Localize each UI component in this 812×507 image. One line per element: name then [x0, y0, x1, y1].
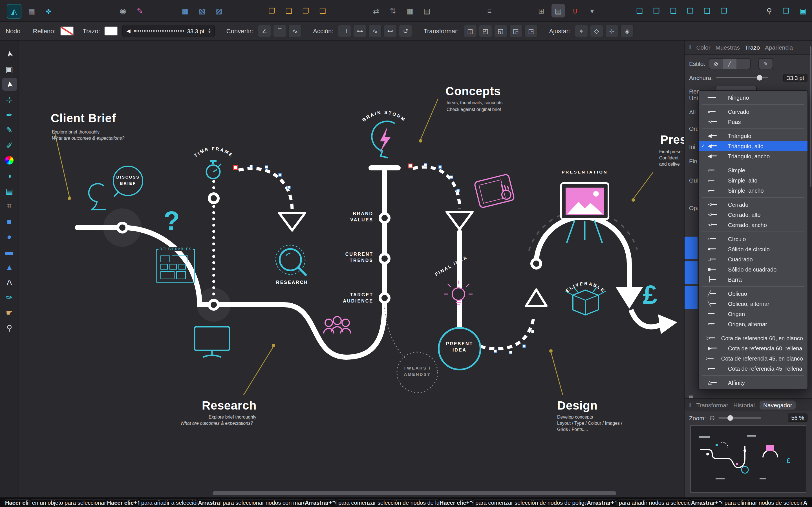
- arrowhead-option[interactable]: ✓ ▷━━ Cota de referencia 60, en blanco: [699, 333, 808, 343]
- arrowhead-option[interactable]: ✓: [699, 374, 808, 378]
- smooth-curve-button[interactable]: ∿: [368, 25, 382, 37]
- arrowhead-option[interactable]: ✓ ◀━━ Triángulo: [699, 131, 808, 141]
- arrowhead-option[interactable]: ✓ ○━━ Círculo: [699, 234, 808, 244]
- client-brief-heading[interactable]: Client Brief: [51, 112, 116, 125]
- convert-sharp-button[interactable]: ∠: [258, 25, 271, 37]
- zoom-tool[interactable]: ⚲: [2, 321, 17, 334]
- arrowhead-option[interactable]: ✓: [699, 195, 808, 200]
- path-node-handles[interactable]: [250, 163, 534, 354]
- stylus-tool[interactable]: ✑: [2, 291, 17, 304]
- snap-bounds-icon[interactable]: ▧: [195, 4, 209, 17]
- zoom-slider[interactable]: [718, 414, 761, 421]
- arrowhead-option[interactable]: ✓ ‹━━ Simple, alto: [699, 175, 808, 185]
- fill-swatch[interactable]: [60, 26, 73, 36]
- pencil-tool[interactable]: ✎: [2, 123, 17, 136]
- slice-1-icon[interactable]: ❏: [633, 4, 646, 17]
- flip-vertical-icon[interactable]: ⇅: [386, 4, 400, 17]
- arrowhead-option[interactable]: ✓ ╲━━ Oblicuo, alternar: [699, 298, 808, 309]
- artboard-tool[interactable]: ▣: [2, 62, 17, 75]
- stroke-width-control[interactable]: ◀ 33.3 pt ▲▼: [123, 25, 215, 37]
- stroke-solid-button[interactable]: ╱: [723, 59, 736, 69]
- insert-inside-icon[interactable]: ❐: [299, 4, 312, 17]
- arrowhead-option[interactable]: ✓ ▶━━ Cota de referencia 60, rellena: [699, 343, 808, 353]
- snap-to-node-button[interactable]: ⌖: [574, 25, 588, 37]
- arrowhead-option[interactable]: ✓ ━━━ Ninguno: [699, 93, 808, 103]
- arrowhead-option[interactable]: ✓ ▹━━ Cota de referencia 45, en blanco: [699, 353, 808, 363]
- navigator-preview[interactable]: £: [690, 425, 806, 493]
- snapping-caret-icon[interactable]: ▾: [585, 4, 599, 17]
- arrowhead-option[interactable]: ✓ «━━ Curvado: [699, 107, 808, 117]
- pixel-view-icon[interactable]: ▤: [552, 4, 565, 17]
- arrowhead-option[interactable]: ✓ ⊲━━ Cerrado: [699, 200, 808, 210]
- selected-node-handle[interactable]: [234, 166, 238, 170]
- stroke-width-value[interactable]: 33.3 pt: [187, 28, 204, 34]
- presentation-sub2[interactable]: Confident: [659, 156, 679, 161]
- stroke-width-field[interactable]: 33.3 pt: [783, 73, 808, 82]
- design-heading[interactable]: Design: [557, 399, 598, 412]
- panel-grip-icon[interactable]: ‖: [689, 402, 691, 408]
- arrowhead-option[interactable]: ✓ •━━ Origen: [699, 309, 808, 319]
- concepts-sub2[interactable]: Check against original brief: [447, 107, 501, 112]
- presentation-tag-label[interactable]: PRESENTATION: [554, 169, 616, 175]
- arrowhead-option[interactable]: ✓ ◀━━ Triángulo, ancho: [699, 151, 808, 161]
- arrowhead-option[interactable]: ✓ ┃━━ Barra: [699, 274, 808, 284]
- rounded-rectangle-tool[interactable]: ▬: [2, 245, 17, 258]
- arrowhead-option[interactable]: ✓ □━━ Cuadrado: [699, 254, 808, 264]
- arrowhead-option[interactable]: ✓ ◀━━ Triángulo, alto: [699, 141, 808, 151]
- stroke-width-stepper[interactable]: ▲▼: [208, 28, 211, 34]
- brain-storm-label[interactable]: BRAIN STORM: [361, 110, 407, 122]
- target-audience-label[interactable]: TARGETAUDIENCE: [304, 292, 373, 304]
- slice-3-icon[interactable]: ❏: [666, 4, 680, 17]
- arrowhead-option[interactable]: ✓ ●━━ Sólido de círculo: [699, 244, 808, 254]
- move-tool[interactable]: ➤: [2, 47, 17, 60]
- arrowhead-option[interactable]: ✓ ╱━━ Oblicuo: [699, 288, 808, 298]
- present-idea-label[interactable]: PRESENTIDEA: [437, 341, 482, 353]
- stroke-pressure-button[interactable]: ✎: [758, 58, 773, 69]
- brush-tool[interactable]: ✐: [2, 138, 17, 152]
- flip-horizontal-icon[interactable]: ⇄: [369, 4, 383, 17]
- insert-behind-icon[interactable]: ❐: [265, 4, 278, 17]
- close-curve-button[interactable]: ⊶: [353, 25, 366, 37]
- arrowhead-option[interactable]: ✓ ◦━━ Origen, alternar: [699, 319, 808, 329]
- concepts-heading[interactable]: Concepts: [446, 84, 501, 98]
- presentation-easel-icon[interactable]: [561, 183, 608, 243]
- transform-bl-button[interactable]: ◱: [494, 25, 507, 37]
- stroke-dash-button[interactable]: ┄: [736, 59, 750, 69]
- arrowhead-option[interactable]: ✓ ≺━━ Púas: [699, 117, 808, 127]
- deliverables-box-icon[interactable]: [566, 287, 606, 315]
- panel-scrollbar[interactable]: [810, 46, 811, 187]
- transform-mode-button[interactable]: ◫: [463, 25, 477, 37]
- convert-smooth-button[interactable]: ⌒: [273, 25, 287, 37]
- highlighted-control-fragment[interactable]: [684, 286, 698, 309]
- studio-tab[interactable]: Apariencia: [765, 44, 793, 51]
- text-align-icon[interactable]: ≡: [483, 4, 496, 17]
- stopwatch-icon[interactable]: [206, 161, 221, 179]
- rectangle-tool[interactable]: ■: [2, 215, 17, 228]
- point-transform-tool[interactable]: ⊹: [2, 93, 17, 106]
- triangle-tool[interactable]: ▲: [2, 260, 17, 273]
- client-brief-sub1[interactable]: Explore brief thoroughly: [52, 129, 100, 135]
- arrowhead-option[interactable]: ✓ ▸━━ Cota de referencia 45, rellena: [699, 363, 808, 374]
- slice-5-icon[interactable]: ❏: [700, 4, 714, 17]
- color-wheel-tool[interactable]: ●: [2, 154, 17, 167]
- view-windows-icon[interactable]: ▣: [796, 4, 810, 17]
- pen-tool[interactable]: ✒: [2, 108, 17, 121]
- snap-geometry-button[interactable]: ◈: [620, 25, 634, 37]
- persona-circle-icon[interactable]: ◉: [116, 4, 130, 17]
- arrowhead-option[interactable]: ✓: [699, 127, 808, 131]
- bottom-studio-tab[interactable]: Historial: [733, 402, 755, 408]
- arrowhead-option[interactable]: ✓ ⊲━━ Cerrado, alto: [699, 210, 808, 220]
- discuss-brief-label[interactable]: DISCUSSBRIEF: [112, 174, 144, 186]
- stroke-width-slider[interactable]: [716, 74, 768, 82]
- speech-bubble-icon[interactable]: [89, 166, 143, 210]
- align-rows-icon[interactable]: ▤: [420, 4, 434, 17]
- selected-node-handle[interactable]: [408, 164, 412, 168]
- studio-tab[interactable]: Trazo: [745, 44, 760, 51]
- highlighted-control-fragment[interactable]: [684, 262, 698, 284]
- client-brief-sub2[interactable]: What are outcomes & expectations?: [52, 136, 124, 141]
- convert-smart-button[interactable]: ∿: [288, 25, 302, 37]
- design-sub3[interactable]: Grids / Fonts....: [557, 427, 588, 432]
- arrowhead-option[interactable]: ✓ ‹━━ Simple: [699, 165, 808, 175]
- arrowhead-option[interactable]: ✓: [699, 161, 808, 165]
- transform-br-button[interactable]: ◲: [509, 25, 522, 37]
